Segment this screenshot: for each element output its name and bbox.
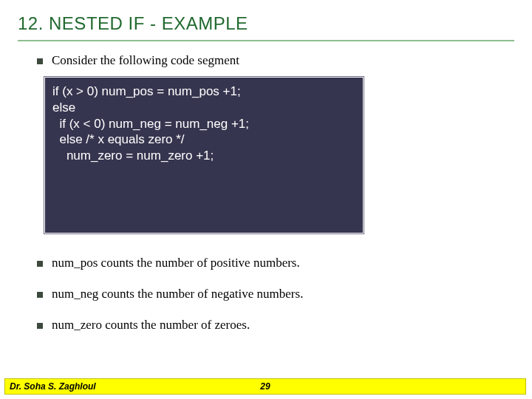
code-line: if (x < 0) num_neg = num_neg +1; — [52, 116, 355, 132]
bullet-item: num_pos counts the number of positive nu… — [37, 256, 502, 270]
footer-author: Dr. Soha S. Zaghloul — [5, 381, 96, 392]
slide: 12. NESTED IF - EXAMPLE Consider the fol… — [0, 0, 532, 399]
code-line: else /* x equals zero */ — [52, 132, 355, 148]
bullet-item: num_zero counts the number of zeroes. — [37, 318, 502, 332]
bullet-icon — [37, 323, 43, 329]
slide-body-upper: Consider the following code segment if (… — [37, 53, 502, 233]
slide-title: 12. NESTED IF - EXAMPLE — [18, 13, 514, 41]
footer-bar: Dr. Soha S. Zaghloul 29 — [4, 378, 526, 395]
bullet-icon — [37, 261, 43, 267]
code-line: else — [52, 100, 355, 116]
code-line: if (x > 0) num_pos = num_pos +1; — [52, 83, 355, 100]
code-box: if (x > 0) num_pos = num_pos +1; else if… — [44, 77, 364, 233]
bullet-text: num_pos counts the number of positive nu… — [52, 256, 300, 270]
bullet-item: num_neg counts the number of negative nu… — [37, 287, 502, 301]
bullet-text: num_neg counts the number of negative nu… — [52, 287, 303, 301]
footer-page-number: 29 — [260, 381, 270, 392]
code-line: num_zero = num_zero +1; — [52, 148, 355, 164]
bullet-intro-text: Consider the following code segment — [52, 53, 239, 68]
bullet-icon — [37, 292, 43, 298]
bullet-intro: Consider the following code segment — [37, 53, 502, 68]
bullet-icon — [37, 58, 43, 64]
bullet-text: num_zero counts the number of zeroes. — [52, 318, 250, 332]
slide-body-lower: num_pos counts the number of positive nu… — [37, 256, 502, 349]
